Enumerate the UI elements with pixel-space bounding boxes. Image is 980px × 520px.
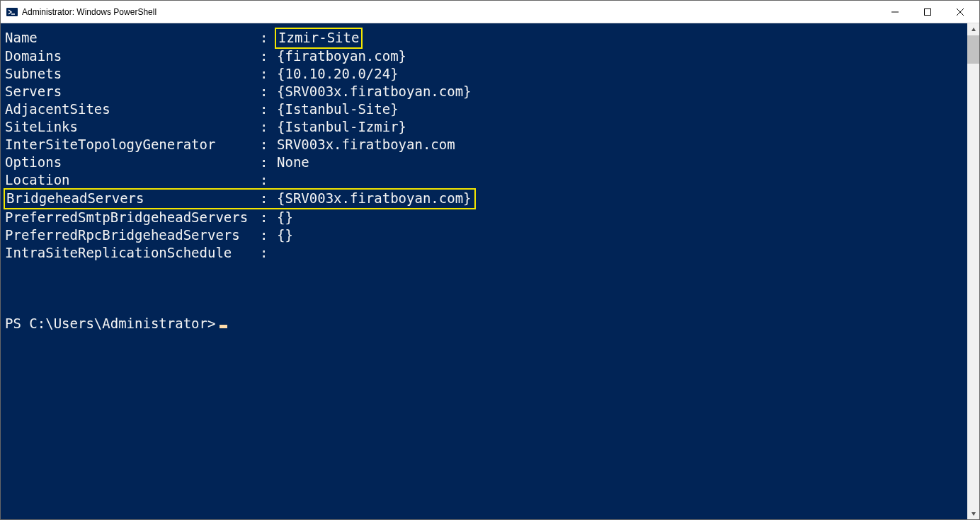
output-row: Domains: {firatboyan.com} <box>5 47 967 65</box>
powershell-icon <box>6 6 18 18</box>
window-title: Administrator: Windows PowerShell <box>22 7 156 17</box>
scroll-up-button[interactable] <box>967 23 979 35</box>
cursor <box>220 325 227 328</box>
output-row: Name: Izmir-Site <box>5 29 967 47</box>
output-row: PreferredSmtpBridgeheadServers: {} <box>5 209 967 226</box>
output-row: Options: None <box>5 154 967 171</box>
output-row: Servers: {SRV003x.firatboyan.com} <box>5 83 967 100</box>
output-row: InterSiteTopologyGenerator: SRV003x.fira… <box>5 136 967 154</box>
maximize-button[interactable] <box>911 1 944 23</box>
output-row: IntraSiteReplicationSchedule: <box>5 244 967 262</box>
output-row: Subnets: {10.10.20.0/24} <box>5 65 967 83</box>
powershell-window: Administrator: Windows PowerShell Name: … <box>0 0 980 520</box>
output-row: SiteLinks: {Istanbul-Izmir} <box>5 118 967 136</box>
console-output[interactable]: Name: Izmir-SiteDomains: {firatboyan.com… <box>1 23 967 519</box>
prompt-line[interactable]: PS C:\Users\Administrator> <box>5 315 967 333</box>
output-row: BridgeheadServers: {SRV003x.firatboyan.c… <box>5 189 967 209</box>
minimize-button[interactable] <box>879 1 911 23</box>
output-row: Location: <box>5 171 967 189</box>
vertical-scrollbar[interactable] <box>967 23 979 519</box>
output-row: PreferredRpcBridgeheadServers: {} <box>5 226 967 244</box>
svg-rect-2 <box>925 8 931 15</box>
output-row: AdjacentSites: {Istanbul-Site} <box>5 100 967 118</box>
scrollbar-track[interactable] <box>967 35 979 507</box>
scrollbar-thumb[interactable] <box>967 35 979 64</box>
close-button[interactable] <box>944 1 976 23</box>
titlebar[interactable]: Administrator: Windows PowerShell <box>1 1 979 23</box>
scroll-down-button[interactable] <box>967 507 979 519</box>
prompt-text: PS C:\Users\Administrator> <box>5 316 215 331</box>
